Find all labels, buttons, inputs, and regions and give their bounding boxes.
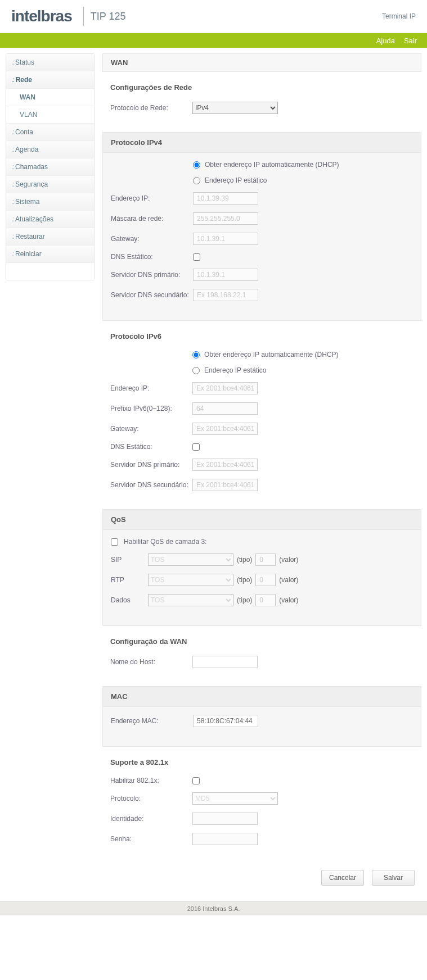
ipv4-radio-dhcp-label: Obter endereço IP automaticamente (DHCP) bbox=[205, 161, 339, 169]
mac-input[interactable] bbox=[193, 715, 258, 727]
help-link[interactable]: Ajuda bbox=[376, 37, 395, 45]
ipv6-dns2-label: Servidor DNS secundário: bbox=[110, 481, 192, 489]
ipv4-mask-label: Máscara de rede: bbox=[111, 215, 193, 223]
sidebar-item-rede[interactable]: Rede bbox=[6, 71, 94, 89]
sidebar-item-conta[interactable]: Conta bbox=[6, 124, 94, 141]
ipv4-gw-label: Gateway: bbox=[111, 235, 193, 243]
ipv6-ip-label: Endereço IP: bbox=[110, 384, 192, 392]
dot1x-password-input[interactable] bbox=[192, 833, 258, 845]
ipv6-gw-input[interactable] bbox=[192, 423, 258, 435]
save-button[interactable]: Salvar bbox=[372, 870, 415, 886]
dot1x-protocol-label: Protocolo: bbox=[110, 795, 192, 802]
qos-tipo-label: (tipo) bbox=[237, 556, 252, 564]
qos-heading: QoS bbox=[103, 510, 421, 530]
ipv6-prefix-label: Prefixo IPv6(0~128): bbox=[110, 405, 192, 412]
content: WAN Configurações de Rede Protocolo de R… bbox=[102, 53, 421, 896]
ipv4-dnsstatic-checkbox[interactable] bbox=[193, 253, 200, 261]
qos-valor-label: (valor) bbox=[279, 556, 298, 564]
ipv6-radio-static-label: Endereço IP estático bbox=[204, 366, 267, 374]
qos-block: QoS Habilitar QoS de camada 3: SIP TOS (… bbox=[102, 509, 421, 626]
ipv4-radio-dhcp[interactable] bbox=[193, 161, 200, 169]
ipv4-dns2-label: Servidor DNS secundário: bbox=[111, 291, 193, 299]
qos-rtp-type-select[interactable]: TOS bbox=[148, 574, 233, 586]
qos-sip-label: SIP bbox=[111, 556, 148, 564]
ipv4-dns1-label: Servidor DNS primário: bbox=[111, 271, 193, 279]
ipv6-dnsstatic-label: DNS Estático: bbox=[110, 443, 192, 451]
product-name: TIP 125 bbox=[91, 11, 126, 22]
ipv6-gw-label: Gateway: bbox=[110, 425, 192, 433]
brand-logo: intelbras bbox=[11, 7, 72, 25]
dot1x-protocol-select[interactable]: MD5 bbox=[192, 792, 278, 805]
mac-block: MAC Endereço MAC: bbox=[102, 686, 421, 747]
dot1x-identity-label: Identidade: bbox=[110, 815, 192, 823]
qos-rtp-value-input[interactable] bbox=[255, 574, 276, 586]
page-title: WAN bbox=[102, 53, 421, 72]
ipv6-heading: Protocolo IPv6 bbox=[110, 332, 413, 341]
ipv4-ip-label: Endereço IP: bbox=[111, 194, 193, 202]
ipv6-radio-dhcp-label: Obter endereço IP automaticamente (DHCP) bbox=[204, 351, 339, 359]
ipv4-dns1-input[interactable] bbox=[193, 269, 258, 281]
ipv6-prefix-input[interactable] bbox=[192, 402, 258, 415]
ipv6-dns1-input[interactable] bbox=[192, 459, 258, 471]
ipv4-radio-static[interactable] bbox=[193, 177, 200, 184]
logo-divider bbox=[83, 7, 84, 26]
dot1x-password-label: Senha: bbox=[110, 835, 192, 843]
protocol-select[interactable]: IPv4 bbox=[192, 102, 278, 114]
dot1x-enable-checkbox[interactable] bbox=[192, 777, 200, 784]
sidebar-sub-vlan[interactable]: VLAN bbox=[6, 106, 94, 124]
ipv6-dns2-input[interactable] bbox=[192, 479, 258, 491]
sidebar-item-agenda[interactable]: Agenda bbox=[6, 141, 94, 158]
cancel-button[interactable]: Cancelar bbox=[321, 870, 364, 886]
qos-enable-label: Habilitar QoS de camada 3: bbox=[124, 538, 206, 546]
dot1x-identity-input[interactable] bbox=[192, 813, 258, 825]
wanconf-heading: Configuração da WAN bbox=[110, 637, 413, 646]
qos-sip-type-select[interactable]: TOS bbox=[148, 553, 233, 566]
mac-heading: MAC bbox=[103, 687, 421, 707]
sidebar-item-status[interactable]: Status bbox=[6, 54, 94, 71]
host-input[interactable] bbox=[192, 656, 258, 668]
qos-sip-value-input[interactable] bbox=[255, 553, 276, 566]
footer: 2016 Intelbras S.A. bbox=[0, 901, 427, 915]
ipv4-dnsstatic-label: DNS Estático: bbox=[111, 253, 193, 261]
ipv4-ip-input[interactable] bbox=[193, 192, 258, 205]
header: intelbras TIP 125 Terminal IP bbox=[0, 0, 427, 33]
ipv4-block: Protocolo IPv4 Obter endereço IP automat… bbox=[102, 132, 421, 321]
netconf-heading: Configurações de Rede bbox=[110, 83, 413, 92]
qos-dados-type-select[interactable]: TOS bbox=[148, 594, 233, 606]
ipv6-ip-input[interactable] bbox=[192, 382, 258, 394]
qos-dados-value-input[interactable] bbox=[255, 594, 276, 606]
mac-label: Endereço MAC: bbox=[111, 717, 193, 725]
ipv4-dns2-input[interactable] bbox=[193, 289, 258, 301]
sidebar-item-restaurar[interactable]: Restaurar bbox=[6, 228, 94, 246]
ipv6-dnsstatic-checkbox[interactable] bbox=[192, 443, 200, 451]
sidebar-item-chamadas[interactable]: Chamadas bbox=[6, 158, 94, 176]
protocol-label: Protocolo de Rede: bbox=[110, 104, 192, 112]
qos-dados-label: Dados bbox=[111, 596, 148, 604]
top-bar: Ajuda Sair bbox=[0, 33, 427, 48]
ipv6-radio-static[interactable] bbox=[192, 367, 200, 374]
sidebar-sub-wan[interactable]: WAN bbox=[6, 89, 94, 106]
dot1x-heading: Suporte a 802.1x bbox=[110, 758, 413, 766]
exit-link[interactable]: Sair bbox=[404, 37, 417, 45]
sidebar-item-atualizacoes[interactable]: Atualizações bbox=[6, 211, 94, 228]
sidebar-item-reiniciar[interactable]: Reiniciar bbox=[6, 246, 94, 263]
ipv6-dns1-label: Servidor DNS primário: bbox=[110, 461, 192, 469]
sidebar-item-sistema[interactable]: Sistema bbox=[6, 193, 94, 211]
sidebar: Status Rede WAN VLAN Conta Agenda Chamad… bbox=[6, 53, 95, 280]
ipv4-radio-static-label: Endereço IP estático bbox=[205, 176, 267, 184]
sidebar-item-seguranca[interactable]: Segurança bbox=[6, 176, 94, 193]
ipv4-heading: Protocolo IPv4 bbox=[103, 133, 421, 153]
terminal-label: Terminal IP bbox=[382, 12, 416, 20]
dot1x-enable-label: Habilitar 802.1x: bbox=[110, 777, 192, 784]
ipv4-gw-input[interactable] bbox=[193, 233, 258, 245]
qos-enable-checkbox[interactable] bbox=[111, 538, 118, 546]
ipv4-mask-input[interactable] bbox=[193, 212, 258, 225]
button-bar: Cancelar Salvar bbox=[102, 863, 421, 896]
ipv6-radio-dhcp[interactable] bbox=[192, 351, 200, 359]
host-label: Nome do Host: bbox=[110, 658, 192, 666]
qos-rtp-label: RTP bbox=[111, 576, 148, 584]
